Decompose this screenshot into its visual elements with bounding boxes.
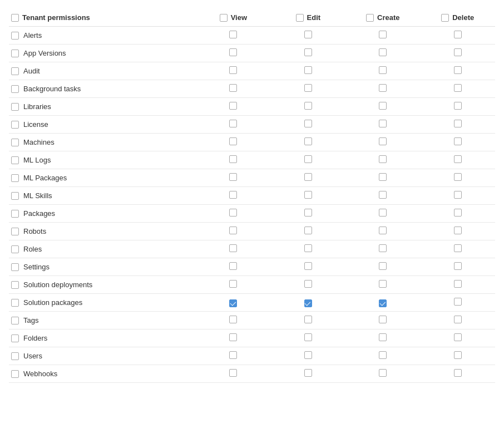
- row-select-checkbox[interactable]: [11, 174, 19, 182]
- view-checkbox[interactable]: [229, 280, 237, 288]
- edit-checkbox[interactable]: [304, 280, 312, 288]
- view-checkbox[interactable]: [229, 191, 237, 199]
- row-select-checkbox[interactable]: [11, 317, 19, 324]
- view-checkbox[interactable]: [229, 48, 237, 56]
- create-checkbox[interactable]: [379, 102, 387, 110]
- edit-checkbox[interactable]: [304, 351, 312, 359]
- view-checkbox[interactable]: [229, 333, 237, 341]
- view-checkbox[interactable]: [229, 262, 237, 270]
- edit-checkbox[interactable]: [304, 84, 312, 92]
- create-checkbox[interactable]: [379, 31, 387, 38]
- row-select-checkbox[interactable]: [11, 139, 19, 146]
- view-checkbox[interactable]: [229, 244, 237, 252]
- edit-checkbox[interactable]: [304, 102, 312, 110]
- edit-checkbox[interactable]: [304, 191, 312, 199]
- edit-checkbox[interactable]: [304, 155, 312, 163]
- row-select-checkbox[interactable]: [11, 281, 19, 289]
- row-select-checkbox[interactable]: [11, 263, 19, 271]
- select-all-delete-checkbox[interactable]: [441, 14, 449, 22]
- row-select-checkbox[interactable]: [11, 32, 19, 40]
- create-checkbox[interactable]: [379, 120, 387, 127]
- delete-checkbox[interactable]: [454, 351, 462, 359]
- delete-checkbox[interactable]: [454, 369, 462, 377]
- view-checkbox[interactable]: [229, 209, 237, 217]
- view-checkbox[interactable]: [229, 84, 237, 92]
- delete-checkbox[interactable]: [454, 262, 462, 270]
- row-select-checkbox[interactable]: [11, 121, 19, 129]
- create-checkbox[interactable]: [379, 137, 387, 145]
- edit-checkbox[interactable]: [304, 369, 312, 377]
- delete-checkbox[interactable]: [454, 66, 462, 74]
- view-checkbox[interactable]: [229, 316, 237, 323]
- create-checkbox[interactable]: [379, 209, 387, 217]
- view-checkbox[interactable]: [229, 227, 237, 234]
- delete-checkbox[interactable]: [454, 298, 462, 306]
- edit-checkbox[interactable]: [304, 173, 312, 181]
- row-select-checkbox[interactable]: [11, 50, 19, 57]
- select-all-create-checkbox[interactable]: [366, 14, 374, 22]
- select-all-edit-checkbox[interactable]: [296, 14, 304, 22]
- create-checkbox[interactable]: [379, 191, 387, 199]
- create-checkbox[interactable]: [379, 369, 387, 377]
- delete-checkbox[interactable]: [454, 48, 462, 56]
- delete-checkbox[interactable]: [454, 137, 462, 145]
- delete-checkbox[interactable]: [454, 191, 462, 199]
- row-select-checkbox[interactable]: [11, 103, 19, 111]
- create-checkbox[interactable]: [379, 316, 387, 323]
- row-select-checkbox[interactable]: [11, 352, 19, 360]
- edit-checkbox[interactable]: [304, 137, 312, 145]
- edit-checkbox[interactable]: [304, 262, 312, 270]
- view-checkbox[interactable]: [229, 173, 237, 181]
- row-select-checkbox[interactable]: [11, 156, 19, 164]
- edit-checkbox[interactable]: [304, 120, 312, 127]
- edit-checkbox[interactable]: [304, 48, 312, 56]
- row-select-checkbox[interactable]: [11, 67, 19, 75]
- create-checkbox[interactable]: [379, 155, 387, 163]
- create-checkbox[interactable]: [379, 333, 387, 341]
- delete-checkbox[interactable]: [454, 227, 462, 234]
- row-select-checkbox[interactable]: [11, 85, 19, 93]
- delete-checkbox[interactable]: [454, 209, 462, 217]
- row-select-checkbox[interactable]: [11, 370, 19, 378]
- edit-checkbox[interactable]: [304, 299, 312, 307]
- select-all-view-checkbox[interactable]: [220, 14, 228, 22]
- delete-checkbox[interactable]: [454, 155, 462, 163]
- row-select-checkbox[interactable]: [11, 299, 19, 307]
- delete-checkbox[interactable]: [454, 316, 462, 323]
- create-checkbox[interactable]: [379, 299, 387, 307]
- edit-checkbox[interactable]: [304, 31, 312, 38]
- view-checkbox[interactable]: [229, 351, 237, 359]
- delete-checkbox[interactable]: [454, 173, 462, 181]
- edit-checkbox[interactable]: [304, 66, 312, 74]
- create-checkbox[interactable]: [379, 84, 387, 92]
- create-checkbox[interactable]: [379, 227, 387, 234]
- delete-checkbox[interactable]: [454, 102, 462, 110]
- create-checkbox[interactable]: [379, 262, 387, 270]
- delete-checkbox[interactable]: [454, 244, 462, 252]
- view-checkbox[interactable]: [229, 155, 237, 163]
- delete-checkbox[interactable]: [454, 31, 462, 38]
- view-checkbox[interactable]: [229, 66, 237, 74]
- create-checkbox[interactable]: [379, 173, 387, 181]
- view-checkbox[interactable]: [229, 102, 237, 110]
- edit-checkbox[interactable]: [304, 244, 312, 252]
- edit-checkbox[interactable]: [304, 209, 312, 217]
- row-select-checkbox[interactable]: [11, 228, 19, 235]
- view-checkbox[interactable]: [229, 369, 237, 377]
- edit-checkbox[interactable]: [304, 333, 312, 341]
- view-checkbox[interactable]: [229, 137, 237, 145]
- delete-checkbox[interactable]: [454, 120, 462, 127]
- row-select-checkbox[interactable]: [11, 245, 19, 253]
- view-checkbox[interactable]: [229, 31, 237, 38]
- view-checkbox[interactable]: [229, 299, 237, 307]
- edit-checkbox[interactable]: [304, 227, 312, 234]
- delete-checkbox[interactable]: [454, 280, 462, 288]
- create-checkbox[interactable]: [379, 66, 387, 74]
- row-select-checkbox[interactable]: [11, 192, 19, 200]
- create-checkbox[interactable]: [379, 244, 387, 252]
- delete-checkbox[interactable]: [454, 84, 462, 92]
- create-checkbox[interactable]: [379, 351, 387, 359]
- create-checkbox[interactable]: [379, 280, 387, 288]
- row-select-checkbox[interactable]: [11, 210, 19, 218]
- row-select-checkbox[interactable]: [11, 334, 19, 342]
